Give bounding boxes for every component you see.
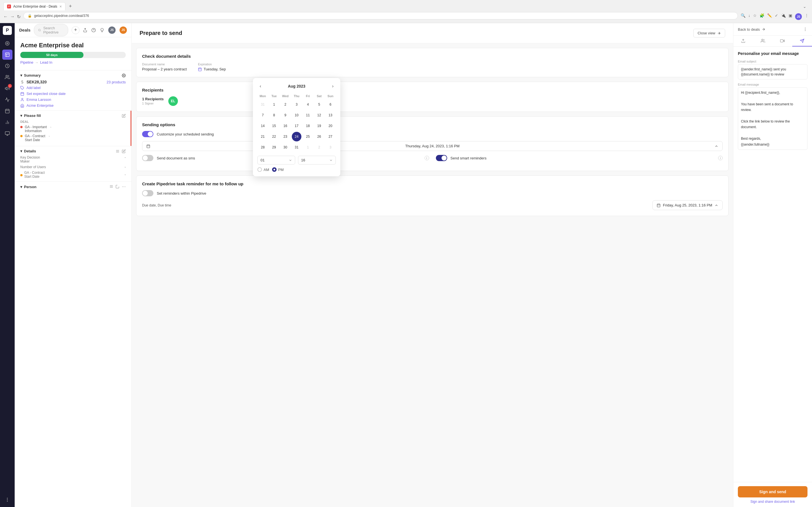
nav-item-home[interactable]	[2, 38, 12, 48]
cal-day-20[interactable]: 20	[326, 121, 335, 131]
cal-day-31[interactable]: 31	[292, 143, 301, 152]
cal-day-4[interactable]: 4	[303, 100, 313, 109]
cal-day-24-today[interactable]: 24	[292, 132, 301, 142]
share-link-button[interactable]: Sign and share document link	[738, 500, 808, 504]
active-tab[interactable]: P Acme Enterprise deal - Deals ×	[3, 2, 65, 10]
cal-day-3-next[interactable]: 3	[326, 143, 335, 152]
cal-day-9[interactable]: 9	[281, 110, 290, 120]
user-initials-badge[interactable]: JS	[108, 26, 116, 34]
cal-day-7[interactable]: 7	[258, 110, 267, 120]
products-link[interactable]: 23 products	[107, 80, 126, 84]
share-icon[interactable]	[83, 28, 87, 33]
cal-day-12[interactable]: 12	[314, 110, 324, 120]
pen-icon[interactable]: ✏️	[767, 13, 772, 20]
edit-icon-2[interactable]	[122, 149, 126, 153]
tab-send[interactable]	[792, 36, 812, 47]
nav-item-marketing[interactable]: 1	[2, 83, 12, 94]
cal-day-15[interactable]: 15	[269, 121, 279, 131]
shield-icon[interactable]: ✓	[775, 13, 778, 20]
user-avatar-orange[interactable]: JS	[119, 26, 127, 34]
cal-day-28[interactable]: 28	[258, 143, 267, 152]
back-button[interactable]: ←	[3, 14, 8, 19]
cal-day-2[interactable]: 2	[281, 100, 290, 109]
expected-close-button[interactable]: Set expected close date	[27, 92, 66, 96]
cal-day-30[interactable]: 30	[281, 143, 290, 152]
lightbulb-icon[interactable]	[100, 28, 104, 33]
forward-button[interactable]: →	[10, 14, 15, 19]
cal-day-27[interactable]: 27	[326, 132, 335, 142]
scheduled-date-button[interactable]: Thursday, Aug 24, 2023, 1:16 PM	[142, 141, 723, 151]
reminders-toggle[interactable]	[436, 155, 447, 161]
puzzle-icon[interactable]: 🔌	[781, 13, 786, 20]
extension-icon[interactable]: 🧩	[760, 13, 764, 20]
cal-day-11[interactable]: 11	[303, 110, 313, 120]
edit-icon-3[interactable]	[116, 184, 119, 188]
back-to-deals-button[interactable]: Back to deals	[738, 27, 765, 32]
cal-day-31-prev[interactable]: 31	[258, 100, 267, 109]
cal-day-1-next[interactable]: 1	[303, 143, 313, 152]
pm-button[interactable]: PM	[272, 167, 284, 172]
more-options-icon[interactable]	[803, 27, 808, 32]
settings-icon[interactable]	[122, 73, 126, 77]
cal-day-13[interactable]: 13	[326, 110, 335, 120]
calendar-next-button[interactable]: ›	[330, 82, 336, 90]
breadcrumb-pipeline[interactable]: Pipeline	[20, 60, 33, 64]
reorder-icon-2[interactable]	[109, 184, 113, 188]
cal-day-26[interactable]: 26	[314, 132, 324, 142]
am-button[interactable]: AM	[257, 167, 269, 172]
due-date-button[interactable]: Friday, Aug 25, 2023, 1:16 PM	[652, 200, 723, 210]
tab-video[interactable]	[773, 36, 793, 47]
layout-icon[interactable]: ▣	[789, 13, 792, 20]
cal-day-16[interactable]: 16	[281, 121, 290, 131]
calendar-prev-button[interactable]: ‹	[257, 82, 263, 90]
cal-day-6[interactable]: 6	[326, 100, 335, 109]
sms-toggle[interactable]	[142, 155, 153, 161]
star-icon[interactable]: ☆	[753, 13, 757, 20]
task-reminder-toggle[interactable]	[142, 190, 153, 196]
cal-day-23[interactable]: 23	[281, 132, 290, 142]
help-icon[interactable]	[91, 28, 96, 33]
contact-link[interactable]: Emma Larsson	[27, 98, 51, 102]
reorder-icon[interactable]	[116, 149, 119, 153]
close-tab-button[interactable]: ×	[59, 4, 62, 9]
tab-menu-icon[interactable]: ⌄	[803, 4, 809, 9]
search-bar[interactable]: Search Pipedrive	[34, 24, 68, 36]
menu-icon[interactable]: ⋮	[805, 13, 809, 20]
cal-day-14[interactable]: 14	[258, 121, 267, 131]
email-message-value[interactable]: Hi {{recipient.first_name}},You have bee…	[738, 87, 808, 150]
app-logo[interactable]: P	[3, 26, 12, 35]
cal-day-17[interactable]: 17	[292, 121, 301, 131]
nav-item-more[interactable]	[2, 495, 12, 505]
tab-upload[interactable]	[733, 36, 753, 47]
company-link[interactable]: Acme Enterprise	[27, 103, 54, 108]
tab-people[interactable]	[753, 36, 773, 47]
cal-day-19[interactable]: 19	[314, 121, 324, 131]
nav-item-reports[interactable]	[2, 117, 12, 127]
nav-item-activities[interactable]	[2, 61, 12, 71]
nav-item-calendar[interactable]	[2, 106, 12, 116]
add-label-button[interactable]: Add label	[27, 86, 41, 90]
cal-day-2-next[interactable]: 2	[314, 143, 324, 152]
address-bar[interactable]: 🔒 getacceptinc.pipedrive.com/deal/376	[23, 12, 738, 19]
cal-day-18[interactable]: 18	[303, 121, 313, 131]
reminders-info-icon[interactable]: i	[718, 156, 723, 160]
person-header[interactable]: ▾ Person ⋯	[20, 184, 126, 189]
email-subject-value[interactable]: {{sender.first_name}} sent you {{documen…	[738, 64, 808, 79]
nav-item-deals[interactable]	[2, 50, 12, 60]
cal-day-3[interactable]: 3	[292, 100, 301, 109]
nav-item-products[interactable]	[2, 128, 12, 138]
search-icon[interactable]: 🔍	[741, 13, 746, 20]
sign-send-button[interactable]: Sign and send	[738, 486, 808, 497]
edit-icon[interactable]	[122, 114, 126, 118]
download-icon[interactable]: ↓	[748, 13, 750, 20]
cal-day-1[interactable]: 1	[269, 100, 279, 109]
cal-day-29[interactable]: 29	[269, 143, 279, 152]
cal-day-21[interactable]: 21	[258, 132, 267, 142]
cal-day-8[interactable]: 8	[269, 110, 279, 120]
summary-header[interactable]: ▾ Summary	[20, 73, 126, 77]
nav-item-pipeline[interactable]	[2, 95, 12, 105]
new-tab-button[interactable]: +	[66, 2, 74, 10]
more-icon[interactable]: ⋯	[122, 184, 126, 189]
nav-item-contacts[interactable]	[2, 72, 12, 82]
details-header[interactable]: ▾ Details	[20, 149, 126, 153]
